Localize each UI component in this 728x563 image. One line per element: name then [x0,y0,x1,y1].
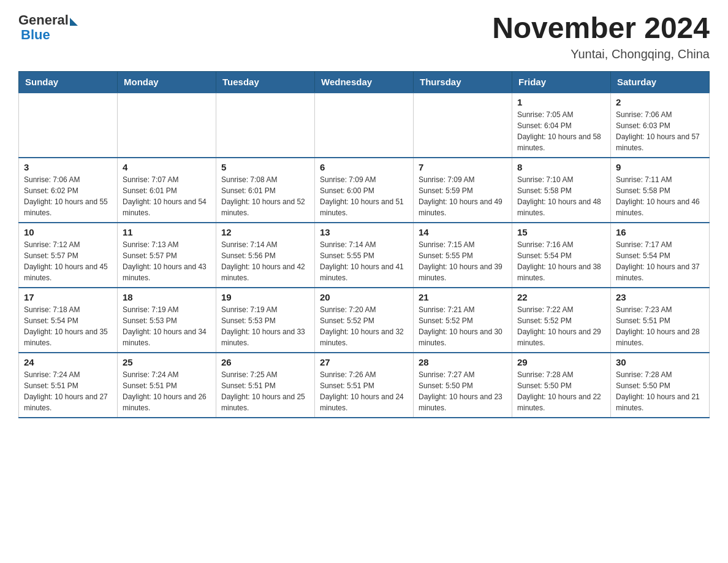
day-info: Sunrise: 7:10 AMSunset: 5:58 PMDaylight:… [517,174,605,218]
calendar-cell: 20Sunrise: 7:20 AMSunset: 5:52 PMDayligh… [315,288,414,353]
calendar-cell: 28Sunrise: 7:27 AMSunset: 5:50 PMDayligh… [414,353,512,418]
title-area: November 2024 Yuntai, Chongqing, China [492,12,710,61]
day-number: 25 [123,357,211,367]
calendar-cell: 3Sunrise: 7:06 AMSunset: 6:02 PMDaylight… [19,158,118,223]
day-info: Sunrise: 7:17 AMSunset: 5:54 PMDaylight:… [616,239,704,283]
day-number: 23 [616,292,704,302]
weekday-header-tuesday: Tuesday [216,71,315,93]
day-number: 5 [221,162,309,172]
day-number: 1 [517,97,605,107]
day-number: 8 [517,162,605,172]
calendar-cell: 4Sunrise: 7:07 AMSunset: 6:01 PMDaylight… [118,158,216,223]
day-number: 27 [320,357,408,367]
day-info: Sunrise: 7:07 AMSunset: 6:01 PMDaylight:… [123,174,211,218]
day-info: Sunrise: 7:21 AMSunset: 5:52 PMDaylight:… [419,304,507,348]
day-number: 10 [24,227,112,237]
day-info: Sunrise: 7:13 AMSunset: 5:57 PMDaylight:… [123,239,211,283]
day-number: 17 [24,292,112,302]
day-info: Sunrise: 7:20 AMSunset: 5:52 PMDaylight:… [320,304,408,348]
day-info: Sunrise: 7:18 AMSunset: 5:54 PMDaylight:… [24,304,112,348]
logo-blue-text: Blue [21,27,50,43]
weekday-header-row: SundayMondayTuesdayWednesdayThursdayFrid… [19,71,710,93]
calendar-cell [19,93,118,158]
calendar-cell: 13Sunrise: 7:14 AMSunset: 5:55 PMDayligh… [315,223,414,288]
day-info: Sunrise: 7:19 AMSunset: 5:53 PMDaylight:… [221,304,309,348]
calendar-cell: 1Sunrise: 7:05 AMSunset: 6:04 PMDaylight… [512,93,611,158]
day-info: Sunrise: 7:27 AMSunset: 5:50 PMDaylight:… [419,369,507,413]
calendar-cell: 22Sunrise: 7:22 AMSunset: 5:52 PMDayligh… [512,288,611,353]
calendar-cell: 14Sunrise: 7:15 AMSunset: 5:55 PMDayligh… [414,223,512,288]
day-number: 3 [24,162,112,172]
calendar-cell: 9Sunrise: 7:11 AMSunset: 5:58 PMDaylight… [611,158,710,223]
day-number: 12 [221,227,309,237]
calendar-cell: 5Sunrise: 7:08 AMSunset: 6:01 PMDaylight… [216,158,315,223]
calendar-cell: 29Sunrise: 7:28 AMSunset: 5:50 PMDayligh… [512,353,611,418]
calendar-cell: 30Sunrise: 7:28 AMSunset: 5:50 PMDayligh… [611,353,710,418]
day-number: 26 [221,357,309,367]
day-number: 19 [221,292,309,302]
day-info: Sunrise: 7:14 AMSunset: 5:56 PMDaylight:… [221,239,309,283]
day-info: Sunrise: 7:12 AMSunset: 5:57 PMDaylight:… [24,239,112,283]
day-info: Sunrise: 7:16 AMSunset: 5:54 PMDaylight:… [517,239,605,283]
calendar-cell: 7Sunrise: 7:09 AMSunset: 5:59 PMDaylight… [414,158,512,223]
day-number: 21 [419,292,507,302]
day-number: 13 [320,227,408,237]
day-number: 30 [616,357,704,367]
day-number: 7 [419,162,507,172]
day-info: Sunrise: 7:09 AMSunset: 5:59 PMDaylight:… [419,174,507,218]
day-number: 11 [123,227,211,237]
day-info: Sunrise: 7:15 AMSunset: 5:55 PMDaylight:… [419,239,507,283]
calendar-week-row: 3Sunrise: 7:06 AMSunset: 6:02 PMDaylight… [19,158,710,223]
logo-general-text: General [18,12,69,28]
weekday-header-saturday: Saturday [611,71,710,93]
calendar-cell: 15Sunrise: 7:16 AMSunset: 5:54 PMDayligh… [512,223,611,288]
day-info: Sunrise: 7:28 AMSunset: 5:50 PMDaylight:… [616,369,704,413]
calendar-cell [216,93,315,158]
day-number: 20 [320,292,408,302]
calendar-cell: 27Sunrise: 7:26 AMSunset: 5:51 PMDayligh… [315,353,414,418]
calendar-cell: 10Sunrise: 7:12 AMSunset: 5:57 PMDayligh… [19,223,118,288]
day-number: 4 [123,162,211,172]
calendar-cell [315,93,414,158]
calendar-week-row: 17Sunrise: 7:18 AMSunset: 5:54 PMDayligh… [19,288,710,353]
day-number: 18 [123,292,211,302]
calendar-cell: 21Sunrise: 7:21 AMSunset: 5:52 PMDayligh… [414,288,512,353]
day-info: Sunrise: 7:06 AMSunset: 6:02 PMDaylight:… [24,174,112,218]
calendar-cell: 8Sunrise: 7:10 AMSunset: 5:58 PMDaylight… [512,158,611,223]
calendar-cell: 2Sunrise: 7:06 AMSunset: 6:03 PMDaylight… [611,93,710,158]
day-number: 14 [419,227,507,237]
calendar-location: Yuntai, Chongqing, China [492,47,710,61]
day-info: Sunrise: 7:23 AMSunset: 5:51 PMDaylight:… [616,304,704,348]
day-info: Sunrise: 7:19 AMSunset: 5:53 PMDaylight:… [123,304,211,348]
day-info: Sunrise: 7:24 AMSunset: 5:51 PMDaylight:… [24,369,112,413]
calendar-cell: 16Sunrise: 7:17 AMSunset: 5:54 PMDayligh… [611,223,710,288]
calendar-cell: 25Sunrise: 7:24 AMSunset: 5:51 PMDayligh… [118,353,216,418]
weekday-header-monday: Monday [118,71,216,93]
day-info: Sunrise: 7:11 AMSunset: 5:58 PMDaylight:… [616,174,704,218]
day-number: 28 [419,357,507,367]
day-info: Sunrise: 7:24 AMSunset: 5:51 PMDaylight:… [123,369,211,413]
weekday-header-sunday: Sunday [19,71,118,93]
day-info: Sunrise: 7:25 AMSunset: 5:51 PMDaylight:… [221,369,309,413]
logo-arrow-icon [70,18,78,26]
day-info: Sunrise: 7:28 AMSunset: 5:50 PMDaylight:… [517,369,605,413]
day-info: Sunrise: 7:26 AMSunset: 5:51 PMDaylight:… [320,369,408,413]
weekday-header-wednesday: Wednesday [315,71,414,93]
calendar-cell: 12Sunrise: 7:14 AMSunset: 5:56 PMDayligh… [216,223,315,288]
calendar-cell [414,93,512,158]
day-info: Sunrise: 7:05 AMSunset: 6:04 PMDaylight:… [517,109,605,153]
day-number: 9 [616,162,704,172]
calendar-cell: 19Sunrise: 7:19 AMSunset: 5:53 PMDayligh… [216,288,315,353]
day-number: 29 [517,357,605,367]
weekday-header-friday: Friday [512,71,611,93]
header: General Blue November 2024 Yuntai, Chong… [18,12,710,61]
calendar-table: SundayMondayTuesdayWednesdayThursdayFrid… [18,71,710,418]
calendar-cell: 24Sunrise: 7:24 AMSunset: 5:51 PMDayligh… [19,353,118,418]
weekday-header-thursday: Thursday [414,71,512,93]
calendar-cell: 18Sunrise: 7:19 AMSunset: 5:53 PMDayligh… [118,288,216,353]
day-number: 16 [616,227,704,237]
logo: General Blue [18,12,78,43]
calendar-week-row: 24Sunrise: 7:24 AMSunset: 5:51 PMDayligh… [19,353,710,418]
day-number: 6 [320,162,408,172]
calendar-title: November 2024 [492,12,710,45]
